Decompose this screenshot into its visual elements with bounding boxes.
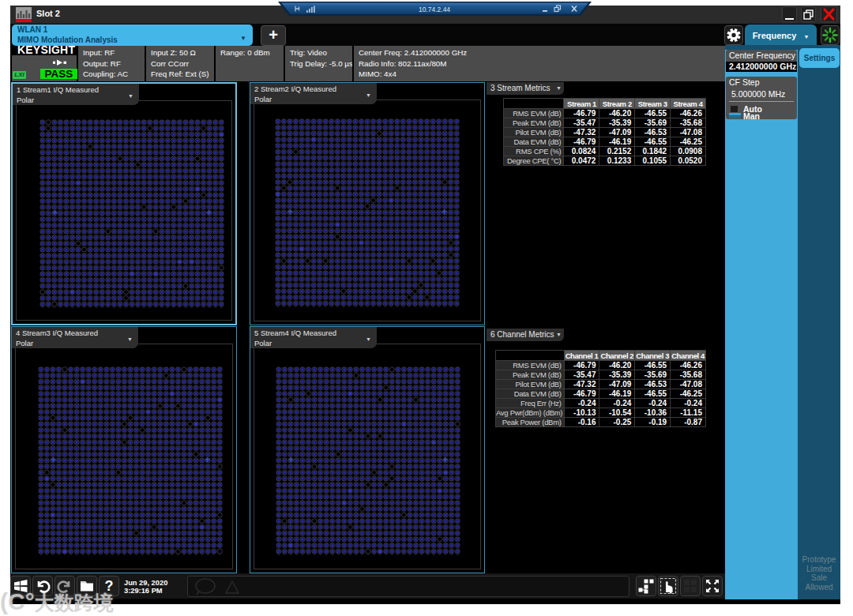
svg-text:10.74.2.44: 10.74.2.44	[419, 6, 450, 13]
